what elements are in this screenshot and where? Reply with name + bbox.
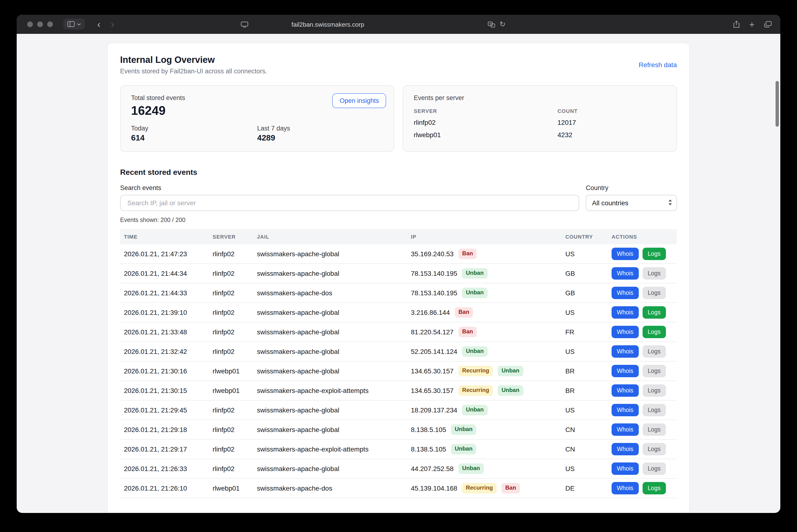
url-text[interactable]: fail2ban.swissmakers.corp bbox=[291, 21, 364, 28]
event-jail: swissmakers-apache-global bbox=[257, 270, 411, 277]
country-block: Country All countries bbox=[586, 184, 677, 211]
new-tab-icon[interactable]: + bbox=[749, 20, 755, 29]
whois-button[interactable]: Whois bbox=[612, 404, 638, 417]
whois-button[interactable]: Whois bbox=[612, 326, 638, 338]
event-ip-cell: 52.205.141.124Unban bbox=[411, 346, 565, 357]
col-jail: JAIL bbox=[257, 234, 411, 240]
col-ip: IP bbox=[411, 234, 565, 240]
logs-button[interactable]: Logs bbox=[642, 462, 666, 475]
event-country: FR bbox=[565, 328, 612, 336]
whois-button[interactable]: Whois bbox=[612, 384, 638, 397]
event-actions: WhoisLogs bbox=[612, 326, 677, 338]
last7-label: Last 7 days bbox=[257, 125, 383, 132]
sidebar-toggle-group[interactable] bbox=[64, 19, 85, 30]
event-jail: swissmakers-apache-dos bbox=[257, 484, 411, 492]
table-row: 2026.01.21, 21:44:33rlinfp02swissmakers-… bbox=[120, 283, 677, 303]
logs-button[interactable]: Logs bbox=[642, 423, 666, 436]
events-table-header: TIME SERVER JAIL IP COUNTRY ACTIONS bbox=[120, 229, 677, 244]
event-ip: 81.220.54.127 bbox=[411, 328, 454, 336]
country-select[interactable]: All countries bbox=[586, 195, 677, 211]
whois-button[interactable]: Whois bbox=[612, 248, 638, 260]
share-icon[interactable] bbox=[733, 20, 740, 28]
whois-button[interactable]: Whois bbox=[612, 267, 638, 280]
window-zoom-button[interactable] bbox=[47, 21, 53, 27]
reload-icon[interactable]: ↻ bbox=[500, 20, 506, 28]
event-jail: swissmakers-apache-dos bbox=[257, 289, 411, 297]
country-select-value: All countries bbox=[592, 199, 629, 207]
last7-value: 4289 bbox=[257, 133, 383, 143]
whois-button[interactable]: Whois bbox=[612, 306, 638, 319]
event-server: rlinfp02 bbox=[213, 250, 257, 258]
logs-button[interactable]: Logs bbox=[642, 267, 666, 280]
event-country: US bbox=[565, 309, 612, 316]
event-server: rlinfp02 bbox=[213, 406, 257, 414]
browser-window: ‹ › fail2ban.swissmakers.corp bbox=[17, 15, 780, 513]
event-ip: 78.153.140.195 bbox=[411, 270, 457, 277]
refresh-data-link[interactable]: Refresh data bbox=[639, 61, 677, 69]
event-ip: 45.139.104.168 bbox=[411, 484, 457, 492]
whois-button[interactable]: Whois bbox=[612, 423, 638, 436]
event-ip-cell: 18.209.137.234Unban bbox=[411, 405, 565, 415]
open-insights-button[interactable]: Open insights bbox=[332, 93, 386, 108]
whois-button[interactable]: Whois bbox=[612, 345, 638, 358]
event-time: 2026.01.21, 21:30:16 bbox=[124, 367, 213, 375]
search-input[interactable] bbox=[120, 195, 579, 211]
col-country: COUNTRY bbox=[565, 234, 612, 240]
tabs-overview-icon[interactable] bbox=[764, 21, 772, 27]
event-ip-cell: 134.65.30.157RecurringUnban bbox=[411, 366, 565, 376]
event-server: rlinfp02 bbox=[213, 289, 257, 297]
status-badge-unban: Unban bbox=[462, 288, 488, 298]
today-value: 614 bbox=[131, 133, 257, 143]
logs-button[interactable]: Logs bbox=[642, 306, 666, 319]
event-ip: 3.216.86.144 bbox=[411, 309, 450, 316]
logs-button[interactable]: Logs bbox=[642, 482, 666, 495]
whois-button[interactable]: Whois bbox=[612, 482, 638, 495]
event-server: rlinfp02 bbox=[213, 465, 257, 473]
whois-button[interactable]: Whois bbox=[612, 287, 638, 299]
window-minimize-button[interactable] bbox=[37, 21, 43, 27]
logs-button[interactable]: Logs bbox=[642, 384, 666, 397]
event-server: rlinfp02 bbox=[213, 348, 257, 355]
whois-button[interactable]: Whois bbox=[612, 365, 638, 377]
logs-button[interactable]: Logs bbox=[642, 404, 666, 417]
event-ip: 35.169.240.53 bbox=[411, 250, 454, 258]
event-server: rlwebp01 bbox=[213, 367, 257, 375]
status-badge-ban: Ban bbox=[455, 307, 473, 318]
event-actions: WhoisLogs bbox=[612, 384, 677, 397]
nav-arrows: ‹ › bbox=[97, 19, 114, 29]
address-bar[interactable]: fail2ban.swissmakers.corp ↻ bbox=[17, 15, 780, 34]
logs-button[interactable]: Logs bbox=[642, 345, 666, 358]
forward-icon[interactable]: › bbox=[111, 19, 114, 29]
logs-button[interactable]: Logs bbox=[642, 365, 666, 377]
chevron-down-icon[interactable] bbox=[77, 23, 81, 25]
event-country: US bbox=[565, 250, 612, 258]
table-row: 2026.01.21, 21:32:42rlinfp02swissmakers-… bbox=[120, 342, 677, 361]
window-close-button[interactable] bbox=[27, 21, 33, 27]
event-ip-cell: 81.220.54.127Ban bbox=[411, 327, 565, 337]
event-jail: swissmakers-apache-global bbox=[257, 309, 411, 316]
event-time: 2026.01.21, 21:26:10 bbox=[124, 484, 213, 492]
whois-button[interactable]: Whois bbox=[612, 443, 638, 456]
table-row: 2026.01.21, 21:39:10rlinfp02swissmakers-… bbox=[120, 303, 677, 322]
scrollbar-thumb[interactable] bbox=[776, 81, 779, 127]
logs-button[interactable]: Logs bbox=[642, 248, 666, 260]
back-icon[interactable]: ‹ bbox=[97, 19, 100, 29]
window-icon[interactable] bbox=[241, 21, 248, 27]
event-ip: 8.138.5.105 bbox=[411, 445, 446, 453]
card-header: Internal Log Overview Events stored by F… bbox=[120, 55, 677, 75]
logs-button[interactable]: Logs bbox=[642, 326, 666, 338]
stats-row: Total stored events 16249 Open insights … bbox=[120, 85, 677, 152]
event-jail: swissmakers-apache-global bbox=[257, 426, 411, 433]
sidebar-icon[interactable] bbox=[67, 21, 75, 27]
event-time: 2026.01.21, 21:44:34 bbox=[124, 270, 213, 277]
window-controls bbox=[27, 21, 53, 27]
translate-icon[interactable] bbox=[488, 21, 495, 27]
event-jail: swissmakers-apache-global bbox=[257, 406, 411, 414]
whois-button[interactable]: Whois bbox=[612, 462, 638, 475]
main-card: Internal Log Overview Events stored by F… bbox=[108, 43, 689, 512]
logs-button[interactable]: Logs bbox=[642, 287, 666, 299]
event-time: 2026.01.21, 21:33:48 bbox=[124, 328, 213, 336]
status-badge-unban: Unban bbox=[462, 405, 488, 415]
event-ip-cell: 8.138.5.105Unban bbox=[411, 444, 565, 454]
logs-button[interactable]: Logs bbox=[642, 443, 666, 456]
